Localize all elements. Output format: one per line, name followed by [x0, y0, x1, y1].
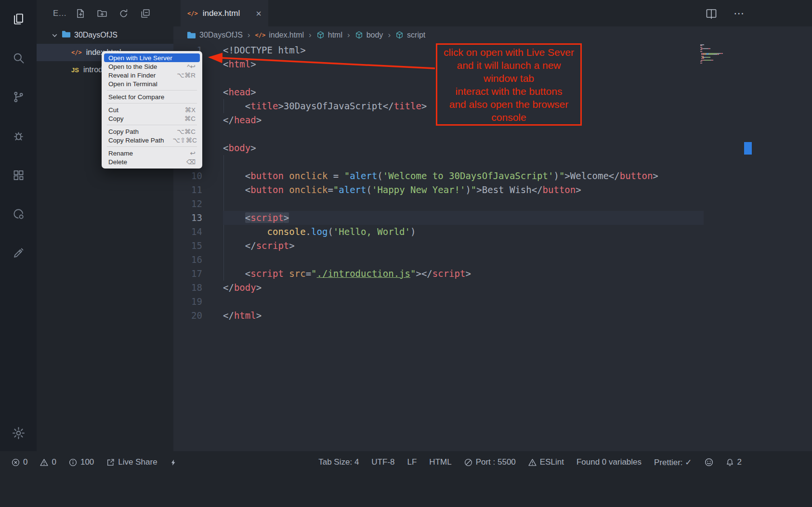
split-editor-icon[interactable]	[706, 8, 717, 19]
activity-run-debug-icon[interactable]	[7, 124, 30, 147]
menu-item-copy[interactable]: Copy⌘C	[104, 114, 200, 123]
status-errors[interactable]: 0	[12, 457, 27, 467]
activity-search-icon[interactable]	[7, 46, 30, 69]
breadcrumb-label: script	[407, 31, 425, 39]
status-variables[interactable]: Found 0 variables	[576, 457, 642, 467]
status-left: 00100Live Share	[12, 455, 177, 469]
menu-item-rename[interactable]: Rename↩	[104, 149, 200, 157]
menu-item-delete[interactable]: Delete⌫	[104, 157, 200, 166]
activity-bar-top	[7, 7, 30, 280]
code-line-7[interactable]: 7	[173, 127, 812, 141]
menu-item-open-in-terminal[interactable]: Open in Terminal	[104, 79, 200, 88]
activity-bar	[0, 0, 37, 451]
menu-item-copy-relative-path[interactable]: Copy Relative Path⌥⇧⌘C	[104, 136, 200, 144]
menu-separator	[107, 146, 197, 147]
status-label: 2	[737, 457, 742, 467]
info-icon	[69, 458, 77, 467]
status-label: Found 0 variables	[576, 457, 642, 467]
status-eslint[interactable]: ESLint	[528, 457, 564, 467]
status-feedback-smiley[interactable]	[705, 458, 713, 467]
code-line-17[interactable]: 17 <script src="./introduction.js"></scr…	[173, 267, 812, 281]
annotation-box: click on open with Live Sever and it wil…	[436, 43, 582, 126]
code-line-16[interactable]: 16	[173, 253, 812, 267]
breadcrumb-label: index.html	[269, 31, 304, 39]
more-actions-icon[interactable]: ⋯	[733, 7, 745, 20]
overview-ruler-marker	[744, 142, 752, 155]
code-line-14[interactable]: 14 console.log('Hello, World')	[173, 225, 812, 239]
folder-icon	[187, 31, 196, 39]
warning-icon	[40, 458, 48, 467]
line-text: console.log('Hello, World')	[223, 225, 704, 239]
activity-settings-icon[interactable]	[7, 421, 30, 444]
html-file-icon: </>	[187, 10, 198, 17]
menu-item-open-with-live-server[interactable]: Open with Live Server	[104, 53, 200, 62]
line-number: 17	[173, 267, 202, 281]
refresh-icon[interactable]	[118, 8, 129, 19]
activity-extensions-icon[interactable]	[7, 163, 30, 186]
breadcrumb-item-script[interactable]: script	[395, 31, 425, 39]
status-label: 0	[23, 457, 27, 467]
line-number: 19	[173, 295, 202, 309]
status-prettier[interactable]: Prettier: ✓	[654, 457, 692, 468]
line-text: </body>	[223, 281, 704, 295]
activity-feedback-icon[interactable]	[7, 241, 30, 264]
breadcrumb: 30DaysOfJS›</>index.html›html›body›scrip…	[173, 26, 812, 43]
warning-icon	[528, 458, 537, 467]
status-label: Live Share	[118, 457, 157, 467]
code-line-8[interactable]: 8<body>	[173, 141, 812, 155]
tab-index-html[interactable]: </> index.html ×	[181, 0, 268, 26]
new-folder-icon[interactable]	[97, 8, 107, 19]
menu-separator	[107, 90, 197, 91]
close-tab-icon[interactable]: ×	[256, 9, 262, 18]
status-label: UTF-8	[371, 457, 394, 467]
status-warnings[interactable]: 0	[40, 457, 56, 467]
folder-30daysofjs[interactable]: 30DaysOfJS	[37, 26, 173, 44]
status-port[interactable]: Port : 5500	[464, 457, 516, 467]
breadcrumb-item-html[interactable]: html	[316, 31, 342, 39]
status-notifications[interactable]: 2	[726, 457, 742, 467]
status-label: 0	[52, 457, 56, 467]
menu-item-copy-path[interactable]: Copy Path⌥⌘C	[104, 127, 200, 136]
line-number: 10	[173, 169, 202, 183]
collapse-all-icon[interactable]	[140, 8, 151, 19]
code-line-9[interactable]: 9	[173, 155, 812, 169]
breadcrumb-item-index-html[interactable]: </>index.html	[255, 31, 304, 39]
symbol-cube-icon	[355, 31, 363, 39]
status-bar: 00100Live Share Tab Size: 4UTF-8LFHTMLPo…	[0, 451, 812, 507]
smiley-icon	[705, 458, 713, 467]
status-bolt[interactable]	[170, 458, 177, 467]
status-language[interactable]: HTML	[429, 457, 451, 467]
menu-item-open-to-the-side[interactable]: Open to the Side^↩	[104, 62, 200, 71]
code-line-15[interactable]: 15 </script>	[173, 239, 812, 253]
status-info-count[interactable]: 100	[69, 457, 94, 467]
status-live-share[interactable]: Live Share	[106, 457, 157, 467]
code-line-20[interactable]: 20</html>	[173, 309, 812, 323]
activity-bar-bottom	[7, 421, 30, 444]
minimap[interactable]	[700, 44, 745, 64]
code-line-13[interactable]: 13 <script>	[173, 211, 812, 225]
activity-explorer-icon[interactable]	[7, 7, 30, 30]
menu-item-reveal-in-finder[interactable]: Reveal in Finder⌥⌘R	[104, 71, 200, 79]
code-line-19[interactable]: 19	[173, 295, 812, 309]
menu-item-select-for-compare[interactable]: Select for Compare	[104, 92, 200, 101]
line-text: <script src="./introduction.js"></script…	[223, 267, 704, 281]
code-line-12[interactable]: 12	[173, 197, 812, 211]
breadcrumb-item-body[interactable]: body	[355, 31, 383, 39]
status-tab-size[interactable]: Tab Size: 4	[318, 457, 359, 467]
menu-item-cut[interactable]: Cut⌘X	[104, 105, 200, 114]
code-line-11[interactable]: 11 <button onclick="alert('Happy New Yea…	[173, 183, 812, 197]
code-line-18[interactable]: 18</body>	[173, 281, 812, 295]
breadcrumb-separator: ›	[247, 30, 251, 40]
breadcrumb-label: body	[367, 31, 383, 39]
activity-source-control-icon[interactable]	[7, 85, 30, 108]
activity-live-share-icon[interactable]	[7, 202, 30, 225]
status-encoding[interactable]: UTF-8	[371, 457, 394, 467]
vscode-window: E… 30DaysOfJS </> index.html JS introduc…	[0, 0, 812, 507]
breadcrumb-separator: ›	[308, 30, 313, 40]
breadcrumb-separator: ›	[346, 30, 351, 40]
new-file-icon[interactable]	[75, 8, 86, 19]
status-eol[interactable]: LF	[407, 457, 417, 467]
breadcrumb-separator: ›	[387, 30, 392, 40]
breadcrumb-item-30daysofjs[interactable]: 30DaysOfJS	[187, 31, 243, 39]
code-line-10[interactable]: 10 <button onclick = "alert('Welcome to …	[173, 169, 812, 183]
